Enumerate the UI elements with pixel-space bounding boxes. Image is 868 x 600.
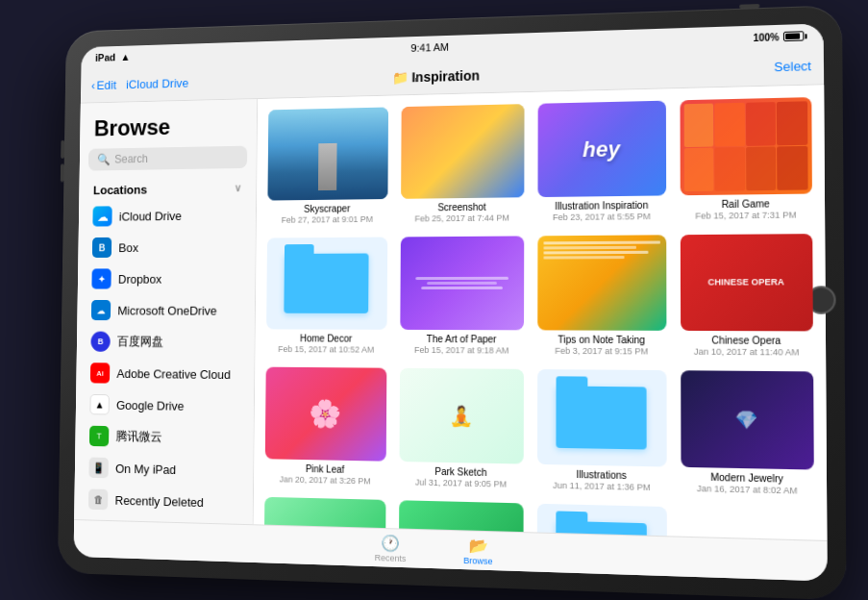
- icloud-icon: ☁: [92, 206, 112, 226]
- file-area: Skyscraper Feb 27, 2017 at 9:01 PM Scree…: [253, 85, 827, 540]
- ipad-device: iPad ▲ 9:41 AM 100% ‹ Edit iCloud Drive: [57, 5, 846, 600]
- file-date-notes: Feb 3, 2017 at 9:15 PM: [555, 346, 648, 357]
- wifi-icon: ▲: [120, 51, 130, 62]
- back-label[interactable]: iCloud Drive: [126, 76, 188, 91]
- file-item-notes[interactable]: Tips on Note Taking Feb 3, 2017 at 9:15 …: [537, 235, 666, 356]
- status-left: iPad ▲: [94, 51, 130, 62]
- file-name-sketch: Park Sketch: [434, 466, 486, 479]
- sidebar-item-box[interactable]: B Box: [78, 231, 256, 263]
- sidebar-item-gdrive[interactable]: ▲ Google Drive: [75, 388, 253, 423]
- tab-recents[interactable]: 🕐 Recents: [374, 533, 406, 562]
- file-thumb-screenshot: [400, 104, 524, 199]
- onedrive-label: Microsoft OneDrive: [117, 303, 216, 317]
- file-name-illustrations: Illustrations: [576, 469, 626, 482]
- file-date-skyscraper: Feb 27, 2017 at 9:01 PM: [281, 214, 372, 225]
- onedrive-icon: ☁: [90, 300, 110, 320]
- sidebar-item-tencent[interactable]: T 腾讯微云: [75, 420, 254, 455]
- sidebar-item-dropbox[interactable]: ✦ Dropbox: [77, 262, 255, 294]
- file-thumb-illustrations: [536, 369, 665, 467]
- file-thumb-paper: [399, 237, 523, 331]
- back-chevron-icon: ‹: [90, 79, 94, 92]
- file-thumb-skyscraper: [267, 107, 387, 200]
- sidebar-item-trash[interactable]: 🗑 Recently Deleted: [74, 483, 253, 519]
- file-item-pinkleaf[interactable]: 🌸 Pink Leaf Jan 20, 2017 at 3:26 PM: [264, 367, 385, 487]
- file-name-rail: Rail Game: [721, 198, 769, 211]
- ipad-storage-icon: 📱: [88, 458, 108, 479]
- gdrive-icon: ▲: [89, 394, 109, 414]
- file-date-screenshot: Feb 25, 2017 at 7:44 PM: [414, 213, 509, 224]
- file-date-pinkleaf: Jan 20, 2017 at 3:26 PM: [279, 475, 370, 487]
- status-right: 100%: [753, 31, 806, 43]
- sidebar-item-onedrive[interactable]: ☁ Microsoft OneDrive: [77, 294, 255, 326]
- select-button[interactable]: Select: [774, 59, 811, 74]
- file-date-paper: Feb 15, 2017 at 9:18 AM: [413, 345, 508, 356]
- file-item-hey[interactable]: hey Illustration Inspiration Feb 23, 201…: [537, 101, 665, 223]
- volume-buttons: [60, 140, 63, 183]
- search-placeholder: Search: [114, 152, 148, 165]
- gdrive-label: Google Drive: [115, 398, 183, 412]
- trash-icon: 🗑: [87, 488, 107, 510]
- nav-actions: Select: [557, 59, 811, 80]
- tab-browse[interactable]: 📂 Browse: [463, 536, 492, 566]
- main-content: Browse 🔍 Search Locations ∨ ☁ iCloud Dri…: [74, 85, 827, 540]
- browse-icon: 📂: [468, 536, 487, 555]
- file-item-homedecor[interactable]: Home Decor Feb 15, 2017 at 10:52 AM: [265, 238, 386, 355]
- ipad-screen: iPad ▲ 9:41 AM 100% ‹ Edit iCloud Drive: [73, 23, 827, 581]
- locations-chevron-icon: ∨: [234, 182, 241, 194]
- file-item-rail[interactable]: Rail Game Feb 15, 2017 at 7:31 PM: [679, 97, 811, 221]
- file-name-paper: The Art of Paper: [426, 334, 496, 345]
- battery-icon: [782, 31, 806, 41]
- nav-edit-btn[interactable]: Edit: [96, 78, 116, 92]
- file-thumb-homedecor: [266, 238, 387, 330]
- file-thumb-hey: hey: [537, 101, 665, 198]
- file-item-paper[interactable]: The Art of Paper Feb 15, 2017 at 9:18 AM: [399, 237, 524, 356]
- file-item-skyscraper[interactable]: Skyscraper Feb 27, 2017 at 9:01 PM: [267, 107, 387, 225]
- icloud-label: iCloud Drive: [118, 209, 181, 223]
- dropbox-icon: ✦: [91, 268, 111, 288]
- nav-title-text: Inspiration: [411, 67, 480, 85]
- file-date-sketch: Jul 31, 2017 at 9:05 PM: [414, 478, 506, 489]
- nav-back[interactable]: ‹ Edit iCloud Drive: [90, 72, 316, 92]
- sidebar-item-baidu[interactable]: B 百度网盘: [76, 326, 254, 359]
- nav-title: 📁 Inspiration: [317, 65, 557, 88]
- file-thumb-opera: CHINESE OPERA: [680, 234, 813, 331]
- search-bar[interactable]: 🔍 Search: [87, 146, 246, 171]
- baidu-icon: B: [90, 332, 110, 352]
- creative-label: Adobe Creative Cloud: [116, 366, 231, 382]
- baidu-label: 百度网盘: [116, 334, 162, 351]
- file-item-sketch[interactable]: 🧘 Park Sketch Jul 31, 2017 at 9:05 PM: [398, 368, 523, 489]
- box-icon: B: [91, 238, 111, 258]
- sidebar: Browse 🔍 Search Locations ∨ ☁ iCloud Dri…: [74, 99, 258, 524]
- file-thumb-pinkleaf: 🌸: [264, 367, 385, 462]
- file-item-screenshot[interactable]: Screenshot Feb 25, 2017 at 7:44 PM: [400, 104, 524, 224]
- tencent-icon: T: [88, 426, 108, 447]
- file-thumb-notes: [537, 235, 666, 331]
- file-name-notes: Tips on Note Taking: [558, 335, 645, 347]
- browse-title: Browse: [80, 109, 257, 149]
- file-date-opera: Jan 10, 2017 at 11:40 AM: [693, 347, 799, 358]
- file-name-pinkleaf: Pink Leaf: [305, 463, 344, 476]
- recents-label: Recents: [374, 552, 406, 562]
- file-item-jewelry[interactable]: 💎 Modern Jewelry Jan 16, 2017 at 8:02 AM: [680, 370, 813, 496]
- trash-label: Recently Deleted: [114, 493, 203, 510]
- sidebar-item-creative[interactable]: Ai Adobe Creative Cloud: [76, 357, 254, 390]
- file-date-rail: Feb 15, 2017 at 7:31 PM: [695, 210, 796, 220]
- sidebar-item-icloud[interactable]: ☁ iCloud Drive: [78, 199, 255, 233]
- file-name-hey: Illustration Inspiration: [555, 200, 648, 212]
- file-item-opera[interactable]: CHINESE OPERA Chinese Opera Jan 10, 2017…: [680, 234, 813, 358]
- sidebar-item-ipad[interactable]: 📱 On My iPad: [74, 451, 253, 487]
- file-date-jewelry: Jan 16, 2017 at 8:02 AM: [696, 484, 797, 496]
- file-date-hey: Feb 23, 2017 at 5:55 PM: [552, 212, 650, 222]
- file-thumb-rail: [679, 97, 811, 195]
- locations-label: Locations: [92, 183, 146, 197]
- dropbox-label: Dropbox: [117, 272, 161, 287]
- file-thumb-sketch: 🧘: [399, 368, 524, 464]
- file-date-illustrations: Jun 11, 2017 at 1:36 PM: [553, 481, 651, 493]
- tencent-label: 腾讯微云: [115, 428, 161, 445]
- search-icon: 🔍: [96, 153, 110, 166]
- nav-title-folder-icon: 📁: [391, 69, 408, 85]
- locations-header: Locations ∨: [79, 177, 256, 201]
- file-grid: Skyscraper Feb 27, 2017 at 9:01 PM Scree…: [263, 97, 815, 540]
- file-item-illustrations[interactable]: Illustrations Jun 11, 2017 at 1:36 PM: [536, 369, 665, 493]
- file-name-screenshot: Screenshot: [437, 202, 485, 214]
